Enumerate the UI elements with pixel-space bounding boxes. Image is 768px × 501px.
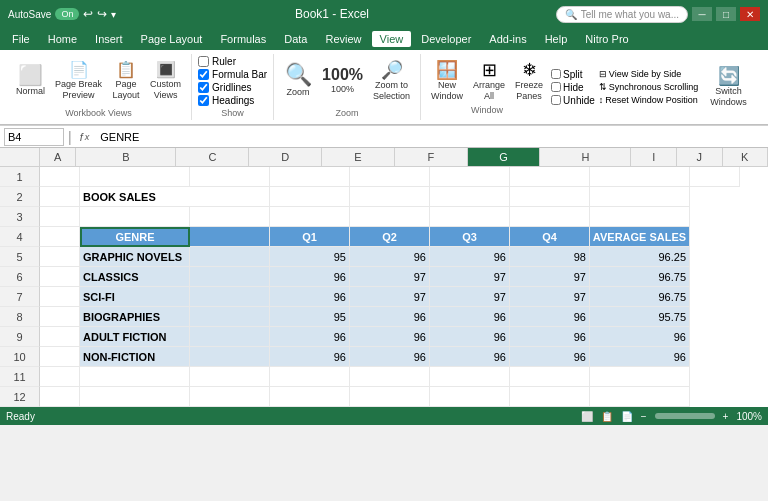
cell-H10[interactable]: 96 [590, 347, 690, 367]
cell-B6[interactable]: CLASSICS [80, 267, 190, 287]
cell-F7[interactable]: 97 [430, 287, 510, 307]
cell-F6[interactable]: 97 [430, 267, 510, 287]
cell-G7[interactable]: 97 [510, 287, 590, 307]
cell-B11[interactable] [80, 367, 190, 387]
menu-formulas[interactable]: Formulas [212, 31, 274, 47]
cell-A10[interactable] [40, 347, 80, 367]
cell-C5[interactable] [190, 247, 270, 267]
row-header-6[interactable]: 6 [0, 267, 40, 287]
cell-E8[interactable]: 96 [350, 307, 430, 327]
headings-check[interactable]: Headings [198, 95, 267, 106]
cell-H7[interactable]: 96.75 [590, 287, 690, 307]
row-header-8[interactable]: 8 [0, 307, 40, 327]
autosave-toggle[interactable]: On [55, 8, 79, 20]
cell-A3[interactable] [40, 207, 80, 227]
row-header-1[interactable]: 1 [0, 167, 40, 187]
col-header-C[interactable]: C [176, 148, 249, 166]
reset-window-position-btn[interactable]: ↕ Reset Window Position [599, 95, 699, 105]
status-zoom-in[interactable]: + [723, 411, 729, 422]
minimize-button[interactable]: ─ [692, 7, 712, 21]
cell-B8[interactable]: BIOGRAPHIES [80, 307, 190, 327]
formula-bar-checkbox[interactable] [198, 69, 209, 80]
cell-G3[interactable] [510, 207, 590, 227]
cell-C7[interactable] [190, 287, 270, 307]
cell-B10[interactable]: NON-FICTION [80, 347, 190, 367]
zoom-100-button[interactable]: 100% 100% [318, 65, 367, 97]
formula-bar-check[interactable]: Formula Bar [198, 69, 267, 80]
cell-G4[interactable]: Q4 [510, 227, 590, 247]
cell-H2[interactable] [590, 187, 690, 207]
cell-C1[interactable] [190, 167, 270, 187]
cell-C6[interactable] [190, 267, 270, 287]
menu-developer[interactable]: Developer [413, 31, 479, 47]
cell-C11[interactable] [190, 367, 270, 387]
cell-E5[interactable]: 96 [350, 247, 430, 267]
gridlines-check[interactable]: Gridlines [198, 82, 267, 93]
status-page-layout-view[interactable]: 📋 [601, 411, 613, 422]
cell-H8[interactable]: 95.75 [590, 307, 690, 327]
cell-H4[interactable]: AVERAGE SALES [590, 227, 690, 247]
cell-H9[interactable]: 96 [590, 327, 690, 347]
cell-I1[interactable] [690, 167, 740, 187]
menu-nitro[interactable]: Nitro Pro [577, 31, 636, 47]
hide-checkbox[interactable] [551, 82, 561, 92]
cell-A9[interactable] [40, 327, 80, 347]
cell-D8[interactable]: 95 [270, 307, 350, 327]
cell-D5[interactable]: 95 [270, 247, 350, 267]
cell-E10[interactable]: 96 [350, 347, 430, 367]
cell-G6[interactable]: 97 [510, 267, 590, 287]
row-header-10[interactable]: 10 [0, 347, 40, 367]
zoom-selection-button[interactable]: 🔎 Zoom toSelection [369, 59, 414, 104]
col-header-J[interactable]: J [677, 148, 723, 166]
cell-H3[interactable] [590, 207, 690, 227]
cell-A2[interactable] [40, 187, 80, 207]
gridlines-checkbox[interactable] [198, 82, 209, 93]
row-header-11[interactable]: 11 [0, 367, 40, 387]
cell-G2[interactable] [510, 187, 590, 207]
cell-D6[interactable]: 96 [270, 267, 350, 287]
cell-F12[interactable] [430, 387, 510, 407]
col-header-H[interactable]: H [540, 148, 631, 166]
view-side-by-side-btn[interactable]: ⊟ View Side by Side [599, 69, 699, 79]
cell-G11[interactable] [510, 367, 590, 387]
freeze-panes-button[interactable]: ❄ FreezePanes [511, 59, 547, 104]
menu-data[interactable]: Data [276, 31, 315, 47]
cell-A4[interactable] [40, 227, 80, 247]
menu-review[interactable]: Review [317, 31, 369, 47]
cell-B7[interactable]: SCI-FI [80, 287, 190, 307]
cell-F11[interactable] [430, 367, 510, 387]
cell-D9[interactable]: 96 [270, 327, 350, 347]
row-header-12[interactable]: 12 [0, 387, 40, 407]
cell-C10[interactable] [190, 347, 270, 367]
cell-E4[interactable]: Q2 [350, 227, 430, 247]
menu-page-layout[interactable]: Page Layout [133, 31, 211, 47]
synchronous-scrolling-btn[interactable]: ⇅ Synchronous Scrolling [599, 82, 699, 92]
cell-A12[interactable] [40, 387, 80, 407]
cell-E2[interactable] [350, 187, 430, 207]
col-header-K[interactable]: K [723, 148, 769, 166]
cell-H12[interactable] [590, 387, 690, 407]
row-header-4[interactable]: 4 [0, 227, 40, 247]
cell-F5[interactable]: 96 [430, 247, 510, 267]
row-header-7[interactable]: 7 [0, 287, 40, 307]
page-break-button[interactable]: 📄 Page BreakPreview [51, 60, 106, 103]
cell-E12[interactable] [350, 387, 430, 407]
cell-A7[interactable] [40, 287, 80, 307]
cell-B4[interactable]: GENRE [80, 227, 190, 247]
cell-B2[interactable]: BOOK SALES [80, 187, 270, 207]
page-layout-button[interactable]: 📋 PageLayout [108, 60, 144, 103]
cell-C12[interactable] [190, 387, 270, 407]
redo-icon[interactable]: ↪ [97, 7, 107, 21]
cell-E3[interactable] [350, 207, 430, 227]
cell-D2[interactable] [270, 187, 350, 207]
col-header-B[interactable]: B [76, 148, 176, 166]
cell-C4[interactable] [190, 227, 270, 247]
cell-F10[interactable]: 96 [430, 347, 510, 367]
ruler-check[interactable]: Ruler [198, 56, 267, 67]
cell-F3[interactable] [430, 207, 510, 227]
status-zoom-out[interactable]: − [641, 411, 647, 422]
cell-F1[interactable] [430, 167, 510, 187]
cell-F4[interactable]: Q3 [430, 227, 510, 247]
col-header-A[interactable]: A [40, 148, 76, 166]
cell-A6[interactable] [40, 267, 80, 287]
